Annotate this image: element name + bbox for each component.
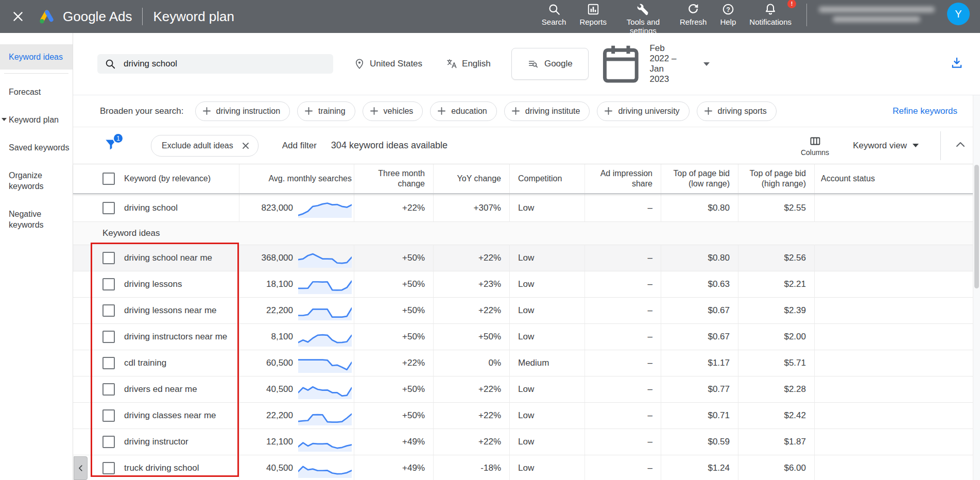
broaden-chip[interactable]: driving sports: [697, 101, 777, 121]
row-checkbox[interactable]: [102, 252, 115, 264]
columns-button[interactable]: Columns: [801, 135, 829, 157]
table-header-row: Keyword (by relevance) Avg. monthly sear…: [73, 164, 980, 194]
bid-high-cell: $2.42: [738, 403, 815, 429]
row-checkbox[interactable]: [102, 436, 115, 448]
bid-high-cell: $2.56: [738, 245, 815, 271]
row-checkbox[interactable]: [102, 331, 115, 343]
row-checkbox[interactable]: [102, 202, 115, 214]
bid-high-cell: $2.00: [738, 324, 815, 350]
select-all-checkbox[interactable]: [102, 173, 115, 185]
keyword-search-box[interactable]: [97, 54, 333, 74]
collapse-panel-button[interactable]: [954, 139, 967, 153]
filter-funnel-button[interactable]: 1: [104, 138, 118, 153]
avg-monthly-searches-cell: 18,100: [266, 279, 293, 289]
avg-monthly-searches-cell: 368,000: [262, 253, 293, 263]
avatar[interactable]: Y: [947, 3, 970, 25]
location-pin-icon: [354, 58, 365, 70]
close-icon[interactable]: [11, 10, 25, 23]
row-checkbox[interactable]: [102, 304, 115, 317]
nav-help[interactable]: ? Help: [713, 3, 743, 26]
header-ad-impression-share[interactable]: Ad impression share: [585, 164, 661, 193]
table-row[interactable]: driving school near me 368,000 +50% +22%…: [73, 245, 980, 271]
table-row[interactable]: driving instructors near me 8,100 +50% +…: [73, 324, 980, 350]
header-top-of-page-bid-low[interactable]: Top of page bid (low range): [661, 164, 738, 193]
broaden-chip[interactable]: driving instruction: [195, 101, 290, 121]
view-selector[interactable]: Keyword view: [853, 141, 919, 151]
table-row[interactable]: driving classes near me 22,200 +50% +22%…: [73, 403, 980, 429]
yoy-change-cell: +22%: [434, 298, 510, 324]
add-filter-button[interactable]: Add filter: [282, 141, 317, 151]
three-month-change-cell: +22%: [354, 194, 434, 222]
competition-cell: Low: [510, 245, 585, 271]
broaden-label: Broaden your search:: [100, 106, 184, 116]
broaden-search-bar: Broaden your search: driving instruction…: [73, 95, 980, 127]
table-row[interactable]: driving instructor 12,100 +49% +22% Low …: [73, 429, 980, 455]
header-competition[interactable]: Competition: [510, 164, 585, 193]
table-row[interactable]: driving lessons near me 22,200 +50% +22%…: [73, 298, 980, 324]
vertical-scrollbar[interactable]: [973, 95, 980, 480]
download-button[interactable]: [950, 56, 964, 72]
scroll-left-handle[interactable]: [74, 456, 88, 480]
trend-sparkline: [298, 198, 352, 218]
sidebar-item[interactable]: Saved keywords: [0, 142, 73, 153]
row-checkbox[interactable]: [102, 383, 115, 396]
header-keyword[interactable]: Keyword (by relevance): [124, 174, 211, 184]
location-selector[interactable]: United States: [354, 58, 422, 70]
scrollbar-thumb[interactable]: [974, 165, 979, 288]
ad-impression-share-cell: –: [585, 298, 661, 324]
topbar-divider: [142, 8, 143, 25]
header-top-of-page-bid-high[interactable]: Top of page bid (high range): [738, 164, 815, 193]
remove-filter-icon[interactable]: [242, 142, 250, 150]
nav-refresh[interactable]: Refresh: [673, 3, 714, 26]
nav-label: Search: [542, 18, 566, 26]
search-input[interactable]: [123, 58, 326, 70]
row-checkbox[interactable]: [102, 462, 115, 474]
nav-notifications[interactable]: ! Notifications: [743, 3, 798, 26]
sidebar-item[interactable]: Keyword plan: [0, 114, 73, 125]
three-month-change-cell: +22%: [354, 350, 434, 376]
google-ads-keyword-plan-page: Google Ads Keyword plan Search Report: [0, 0, 980, 480]
table-row[interactable]: truck driving school 40,500 +49% -18% Lo…: [73, 455, 980, 480]
header-avg-monthly-searches[interactable]: Avg. monthly searches: [239, 164, 354, 193]
broaden-chip[interactable]: driving institute: [504, 101, 590, 121]
nav-reports[interactable]: Reports: [573, 3, 613, 26]
chevron-left-icon: [77, 465, 84, 472]
nav-search[interactable]: Search: [535, 3, 573, 26]
keyword-cell: drivers ed near me: [124, 384, 197, 395]
table-row[interactable]: cdl training 60,500 +22% 0% Medium – $1.…: [73, 350, 980, 376]
columns-icon: [809, 135, 821, 147]
redacted-text-line: [819, 7, 935, 12]
chip-label: vehicles: [384, 107, 414, 116]
trend-sparkline: [298, 275, 352, 294]
sidebar-item[interactable]: Keyword ideas: [0, 44, 73, 70]
nav-tools-and-settings[interactable]: Tools and settings: [613, 3, 673, 35]
header-three-month-change[interactable]: Three month change: [354, 164, 434, 193]
yoy-change-cell: +22%: [434, 403, 510, 429]
language-selector[interactable]: English: [446, 58, 491, 70]
row-checkbox[interactable]: [102, 278, 115, 290]
broaden-chip[interactable]: training: [297, 101, 355, 121]
ad-impression-share-cell: –: [585, 324, 661, 350]
topbar-divider: [806, 4, 807, 26]
brand-title: Google Ads: [63, 9, 132, 25]
row-checkbox[interactable]: [102, 357, 115, 369]
sidebar-item[interactable]: Negative keywords: [0, 209, 73, 230]
targeting-bar: United States English Google: [73, 33, 980, 95]
active-filter-chip[interactable]: Exclude adult ideas: [151, 135, 259, 157]
row-checkbox[interactable]: [102, 409, 115, 422]
sidebar-item[interactable]: Organize keywords: [0, 170, 73, 192]
network-selector[interactable]: Google: [511, 48, 589, 80]
sidebar-item[interactable]: Forecast: [0, 87, 73, 97]
language-value: English: [462, 59, 491, 69]
header-yoy-change[interactable]: YoY change: [434, 164, 510, 193]
sidebar-item-label: Negative keywords: [9, 210, 44, 229]
table-row[interactable]: driving lessons 18,100 +50% +23% Low – $…: [73, 271, 980, 298]
header-account-status[interactable]: Account status: [815, 164, 980, 193]
broaden-chip[interactable]: vehicles: [363, 101, 423, 121]
broaden-chip[interactable]: driving university: [597, 101, 689, 121]
broaden-chip[interactable]: education: [430, 101, 496, 121]
table-row[interactable]: driving school 823,000 +22% +307% Low – …: [73, 194, 980, 222]
refine-keywords-link[interactable]: Refine keywords: [892, 106, 957, 116]
date-range-selector[interactable]: Feb 2022 – Jan 2023: [597, 40, 710, 88]
table-row[interactable]: drivers ed near me 40,500 +50% +22% Low …: [73, 376, 980, 403]
